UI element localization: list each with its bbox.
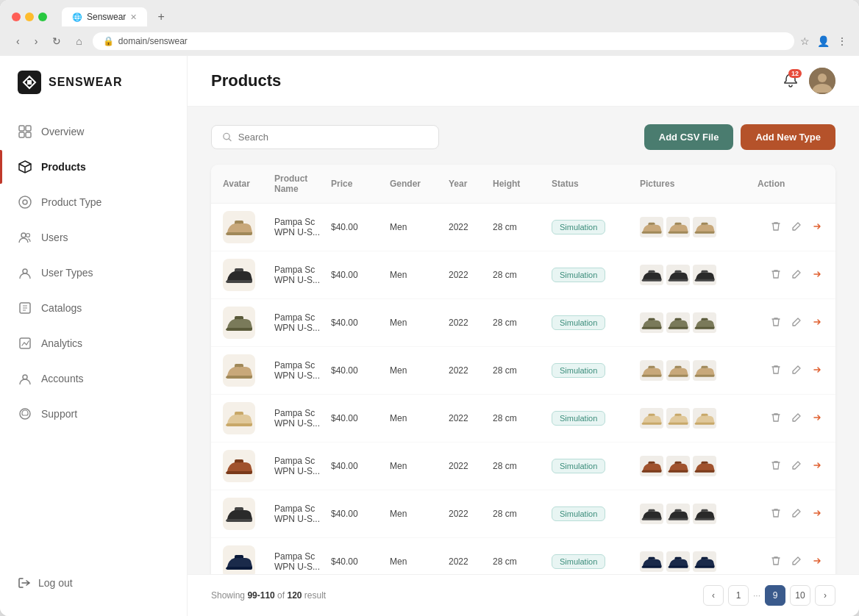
sidebar-label-product-type: Product Type (41, 196, 101, 208)
status-badge: Simulation (552, 315, 605, 330)
sidebar-item-products[interactable]: Products (0, 150, 187, 184)
action-cell (758, 220, 824, 235)
pictures-cell (640, 217, 758, 237)
delete-button[interactable] (769, 554, 783, 570)
sidebar-label-catalogs: Catalogs (41, 302, 82, 314)
table-row: Pampa Sc WPN U-S... $40.00 Men 2022 28 c… (211, 204, 835, 251)
product-price: $40.00 (331, 461, 390, 471)
trash-icon (771, 221, 781, 232)
view-button[interactable] (810, 506, 824, 522)
edit-button[interactable] (790, 268, 803, 283)
trash-icon (771, 365, 781, 375)
maximize-traffic-light[interactable] (38, 12, 47, 21)
page-1-button[interactable]: 1 (728, 585, 749, 606)
arrow-right-icon (812, 317, 822, 327)
search-icon (222, 132, 232, 143)
delete-button[interactable] (769, 363, 783, 379)
sidebar-item-users[interactable]: Users (0, 221, 187, 254)
tab-close-icon[interactable]: ✕ (130, 12, 137, 22)
sidebar-item-analytics[interactable]: Analytics (0, 326, 187, 360)
product-status: Simulation (552, 363, 640, 378)
delete-button[interactable] (769, 411, 783, 426)
product-gender: Men (390, 222, 449, 232)
address-bar[interactable]: 🔒 domain/senswear (93, 32, 794, 50)
sidebar-item-user-types[interactable]: User Types (0, 256, 187, 290)
edit-button[interactable] (790, 506, 803, 522)
product-year: 2022 (449, 556, 493, 567)
add-new-type-button[interactable]: Add New Type (741, 124, 835, 150)
edit-icon (791, 269, 802, 279)
col-avatar: Avatar (223, 179, 274, 189)
page-10-button[interactable]: 10 (790, 585, 810, 606)
view-button[interactable] (810, 315, 824, 331)
svg-rect-2 (19, 126, 24, 131)
edit-button[interactable] (790, 315, 803, 331)
product-price: $40.00 (331, 222, 390, 232)
delete-button[interactable] (769, 506, 783, 522)
back-button[interactable]: ‹ (12, 32, 24, 50)
minimize-traffic-light[interactable] (25, 12, 34, 21)
home-button[interactable]: ⌂ (71, 32, 86, 50)
delete-button[interactable] (769, 315, 783, 331)
bookmark-button[interactable]: ☆ (800, 35, 810, 47)
trash-icon (771, 269, 781, 279)
showing-text: Showing 99-110 of 120 result (211, 590, 326, 601)
delete-button[interactable] (769, 459, 783, 474)
sidebar-label-accounts: Accounts (41, 373, 84, 384)
forward-button[interactable]: › (30, 32, 43, 50)
edit-button[interactable] (790, 554, 803, 570)
product-avatar (223, 354, 255, 387)
delete-button[interactable] (769, 268, 783, 283)
profile-button[interactable]: 👤 (817, 35, 830, 47)
pic-thumb-1 (640, 408, 663, 429)
logout-button[interactable]: Log out (18, 576, 73, 590)
product-status: Simulation (552, 506, 640, 521)
sidebar-label-support: Support (41, 408, 77, 420)
delete-button[interactable] (769, 220, 783, 235)
view-button[interactable] (810, 411, 824, 426)
view-button[interactable] (810, 220, 824, 235)
table-body: Pampa Sc WPN U-S... $40.00 Men 2022 28 c… (211, 204, 835, 574)
pic-thumb-1 (640, 456, 663, 476)
sidebar-item-product-type[interactable]: Product Type (0, 185, 187, 219)
view-button[interactable] (810, 363, 824, 379)
product-year: 2022 (449, 270, 493, 280)
edit-button[interactable] (790, 411, 803, 426)
product-name: Pampa Sc WPN U-S... (274, 312, 331, 333)
view-button[interactable] (810, 268, 824, 283)
page-9-button[interactable]: 9 (765, 585, 785, 606)
add-csv-button[interactable]: Add CSV File (644, 124, 734, 150)
view-button[interactable] (810, 459, 824, 474)
edit-button[interactable] (790, 459, 803, 474)
notification-badge: 12 (788, 69, 802, 78)
close-traffic-light[interactable] (12, 12, 21, 21)
search-box[interactable] (211, 125, 439, 149)
sidebar-item-overview[interactable]: Overview (0, 115, 187, 148)
new-tab-button[interactable]: + (153, 10, 168, 24)
sidebar-item-accounts[interactable]: Accounts (0, 362, 187, 395)
svg-point-10 (23, 269, 27, 273)
col-gender: Gender (390, 179, 449, 189)
col-height: Height (493, 179, 552, 189)
col-price: Price (331, 179, 390, 189)
sidebar-item-catalogs[interactable]: Catalogs (0, 291, 187, 325)
status-badge: Simulation (552, 554, 605, 569)
user-avatar[interactable] (809, 68, 835, 94)
table-row: Pampa Sc WPN U-S... $40.00 Men 2022 28 c… (211, 395, 835, 443)
user-types-icon (18, 265, 32, 280)
edit-button[interactable] (790, 220, 803, 235)
product-status: Simulation (552, 220, 640, 234)
view-button[interactable] (810, 554, 824, 570)
menu-button[interactable]: ⋮ (837, 35, 847, 47)
pic-thumb-3 (693, 456, 716, 476)
notification-button[interactable]: 12 (783, 72, 799, 90)
edit-button[interactable] (790, 363, 803, 379)
page-prev-button[interactable]: ‹ (703, 585, 724, 606)
edit-icon (791, 556, 802, 566)
sidebar-item-support[interactable]: Support (0, 397, 187, 431)
pic-thumb-1 (640, 504, 663, 524)
page-next-button[interactable]: › (815, 585, 835, 606)
browser-tab[interactable]: 🌐 Senswear ✕ (62, 7, 147, 26)
search-input[interactable] (238, 132, 428, 143)
refresh-button[interactable]: ↻ (48, 32, 65, 50)
